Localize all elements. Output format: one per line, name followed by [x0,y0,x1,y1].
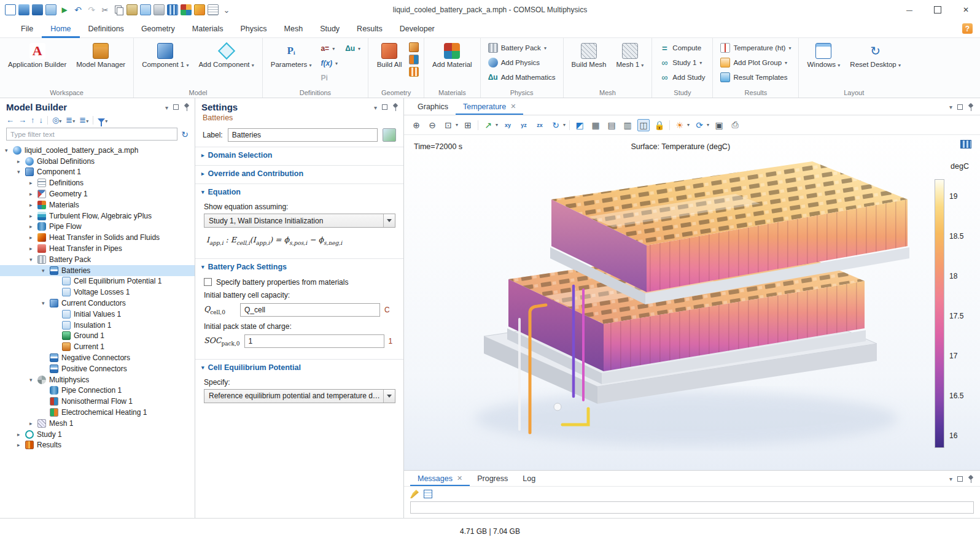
close-tab-icon[interactable]: ✕ [510,102,516,110]
combo-arrow-icon[interactable] [383,390,395,403]
update-plot-icon[interactable]: ⟳ [693,119,706,131]
tree-item-cell-equilibrium-potential-1[interactable]: Cell Equilibrium Potential 1 [0,276,195,287]
run-icon[interactable] [59,4,70,15]
lock-axes-icon[interactable]: 🔒 [653,119,666,131]
help-icon[interactable] [962,23,973,34]
caret-icon[interactable] [17,158,25,164]
menu-developer[interactable]: Developer [391,20,443,38]
tree-item-voltage-losses-1[interactable]: Voltage Losses 1 [0,287,195,298]
caret-icon[interactable] [29,223,37,230]
build-mesh-button[interactable]: Build Mesh [569,41,610,71]
insert-sequence-icon[interactable] [409,42,419,52]
zoom-box-icon[interactable]: ⊡ [442,119,454,131]
chevron-down-icon[interactable]: ▾ [687,122,690,128]
geometry-parts-icon[interactable] [409,67,419,77]
menu-home[interactable]: Home [42,20,79,38]
graphics-canvas[interactable]: Time=72000 s Surface: Temperature (degC)… [404,135,980,470]
maximize-button[interactable] [924,0,952,20]
open-file-icon[interactable] [18,4,29,15]
soc-input[interactable] [244,334,384,348]
tree-item-heat-transfer-solids-fluids[interactable]: Heat Transfer in Solids and Fluids [0,232,195,243]
float-window-icon[interactable] [957,104,963,110]
caret-icon[interactable] [42,300,50,306]
tree-item-negative-connectors[interactable]: Negative Connectors [0,352,195,363]
model-tree-icon[interactable] [167,4,178,15]
messages-list[interactable] [410,501,974,514]
zoom-out-icon[interactable]: ⊖ [426,119,438,131]
caret-icon[interactable] [42,268,50,274]
section-override-contribution[interactable]: ▸Override and Contribution [195,165,403,181]
variable-utilities-button[interactable]: Δu▾ [343,42,363,55]
view-xy-icon[interactable]: xy [502,119,514,131]
forward-arrow-icon[interactable]: → [18,115,26,125]
caret-icon[interactable] [17,431,25,438]
print-icon[interactable]: ⎙ [729,119,741,131]
tree-item-current-conductors[interactable]: Current Conductors [0,298,195,309]
add-study-button[interactable]: Add Study [657,71,707,84]
functions-button[interactable]: f(x)▾ [318,56,340,70]
tree-item-electrochemical-heating-1[interactable]: Electrochemical Heating 1 [0,407,195,418]
tree-item-multiphysics[interactable]: Multiphysics [0,374,195,385]
save-icon[interactable] [32,4,43,15]
zoom-in-icon[interactable]: ⊕ [410,119,422,131]
tree-item-heat-transfer-pipes[interactable]: Heat Transfer in Pipes [0,243,195,254]
chevron-down-icon[interactable]: ▾ [707,122,709,128]
tree-item-insulation-1[interactable]: Insulation 1 [0,320,195,331]
chevron-down-icon[interactable]: ▾ [456,122,458,128]
settings-grid-icon[interactable] [208,4,219,15]
menu-definitions[interactable]: Definitions [80,20,133,38]
duplicate-icon[interactable] [140,4,151,15]
caret-icon[interactable] [29,180,37,186]
tree-item-ground-1[interactable]: Ground 1 [0,331,195,342]
clear-log-icon[interactable] [410,490,419,498]
windows-button[interactable]: Windows ▾ [804,41,843,71]
add-mathematics-button[interactable]: ΔuAdd Mathematics [486,71,558,84]
pin-icon[interactable] [968,475,974,483]
tree-item-component-1[interactable]: Component 1 [0,167,195,178]
component-1-button[interactable]: Component 1 ▾ [139,41,192,71]
view-zx-icon[interactable]: zx [534,119,546,131]
move-up-icon[interactable]: ↑ [31,115,35,125]
caret-icon[interactable] [29,213,37,219]
transparency-icon[interactable]: ◩ [574,119,586,131]
float-window-icon[interactable] [382,104,387,110]
section-cell-equilibrium-potential[interactable]: ▾Cell Equilibrium Potential [195,359,403,375]
tree-item-initial-values-1[interactable]: Initial Values 1 [0,309,195,320]
paste-icon[interactable] [126,4,138,15]
scene-light-icon[interactable]: ☀ [674,119,686,131]
section-domain-selection[interactable]: ▸Domain Selection [195,147,403,163]
pin-icon[interactable] [392,103,399,111]
select-box-icon[interactable]: ◫ [637,119,650,131]
new-file-icon[interactable] [5,4,16,15]
view-yz-icon[interactable]: yz [518,119,530,131]
parameters-button[interactable]: Parameters ▾ [268,41,315,71]
plot-properties-icon[interactable] [960,140,971,149]
menu-mesh[interactable]: Mesh [276,20,312,38]
scene-rotate-icon[interactable]: ↻ [550,119,562,131]
battery-pack-3d-render[interactable] [404,135,980,470]
tree-item-definitions[interactable]: Definitions [0,177,195,188]
caret-icon[interactable] [29,234,37,241]
customize-quick-access-icon[interactable] [221,4,232,15]
close-tab-icon[interactable]: ✕ [457,474,462,482]
undo-icon[interactable] [72,4,84,15]
menu-study[interactable]: Study [311,20,348,38]
tab-log[interactable]: Log [515,471,543,486]
add-component-button[interactable]: Add Component ▾ [195,41,257,71]
study-1-button[interactable]: Study 1▾ [657,56,707,69]
chevron-down-icon[interactable] [374,103,377,112]
section-battery-pack-settings[interactable]: ▾Battery Pack Settings [195,258,403,274]
caret-icon[interactable] [29,191,37,197]
tree-item-results[interactable]: Results [0,440,195,451]
caret-icon[interactable] [29,257,37,263]
float-window-icon[interactable] [173,104,179,110]
caret-icon[interactable] [29,377,37,383]
reset-desktop-button[interactable]: Reset Desktop ▾ [847,41,904,71]
create-selection-icon[interactable] [383,128,396,142]
parameter-case-button[interactable]: Pi [318,71,340,85]
zoom-extents-icon[interactable]: ⊞ [462,119,474,131]
data-view-icon[interactable]: ▥ [621,119,634,131]
table-annotation-icon[interactable]: ▦ [589,119,602,131]
caret-icon[interactable] [17,442,25,448]
specify-dropdown[interactable]: Reference equilibrium potential and temp… [204,389,395,403]
